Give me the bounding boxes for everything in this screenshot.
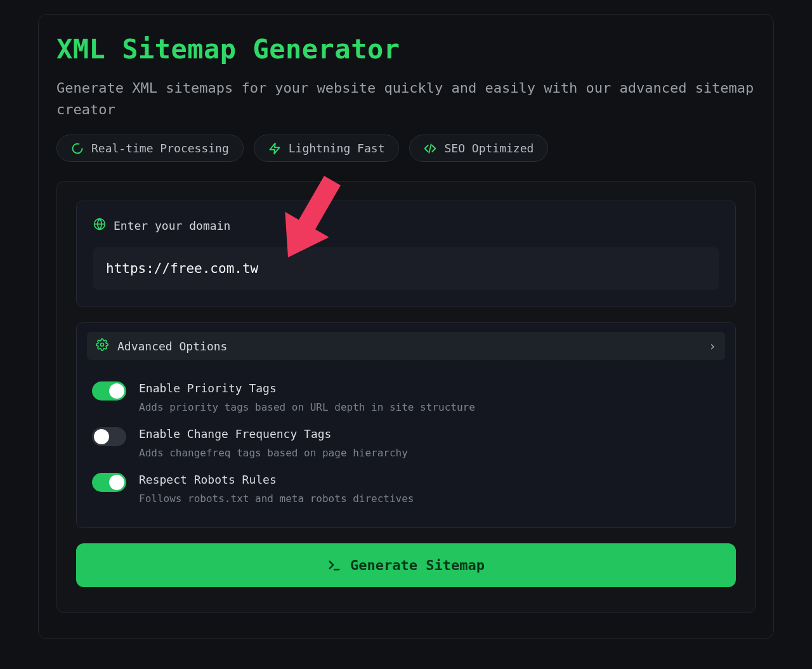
toggle-robots-rules[interactable] [92,473,126,492]
option-desc: Adds priority tags based on URL depth in… [139,401,475,413]
loader-icon [71,142,84,155]
domain-card: Enter your domain [76,201,736,307]
page-subtitle: Generate XML sitemaps for your website q… [56,77,756,121]
option-title: Enable Change Frequency Tags [139,427,408,440]
domain-label: Enter your domain [114,219,230,232]
advanced-header[interactable]: Advanced Options › [87,332,725,360]
code-icon [424,142,436,155]
app-card: XML Sitemap Generator Generate XML sitem… [38,14,774,639]
toggle-priority-tags[interactable] [92,381,126,401]
gear-icon [96,338,108,354]
globe-icon [93,218,106,233]
chevron-right-icon: › [709,338,716,354]
pill-label: Real-time Processing [91,142,229,155]
svg-point-4 [101,343,104,347]
svg-marker-0 [270,143,279,154]
advanced-panel: Advanced Options › Enable Priority Tags … [76,322,736,528]
option-title: Enable Priority Tags [139,381,475,395]
toggle-changefreq-tags[interactable] [92,427,126,446]
domain-label-row: Enter your domain [93,218,719,233]
option-changefreq-tags: Enable Change Frequency Tags Adds change… [92,417,720,463]
pill-label: SEO Optimized [444,142,534,155]
domain-input[interactable] [93,247,719,290]
generate-button-label: Generate Sitemap [350,557,485,573]
pill-seo: SEO Optimized [409,135,548,162]
pill-realtime: Real-time Processing [56,135,244,162]
form-panel: Enter your domain Advanced Options › Ena… [56,181,756,613]
option-title: Respect Robots Rules [139,473,414,486]
pill-label: Lightning Fast [289,142,385,155]
option-desc: Follows robots.txt and meta robots direc… [139,493,414,505]
option-priority-tags: Enable Priority Tags Adds priority tags … [92,371,720,417]
terminal-icon [327,559,341,573]
generate-button[interactable]: Generate Sitemap [76,543,736,587]
pill-fast: Lightning Fast [254,135,400,162]
option-desc: Adds changefreq tags based on page hiera… [139,447,408,459]
feature-pills: Real-time Processing Lightning Fast SEO … [56,135,756,162]
option-robots-rules: Respect Robots Rules Follows robots.txt … [92,463,720,508]
bolt-icon [268,142,281,155]
svg-line-1 [429,144,431,152]
advanced-header-label: Advanced Options [117,340,227,353]
page-title: XML Sitemap Generator [56,34,756,65]
